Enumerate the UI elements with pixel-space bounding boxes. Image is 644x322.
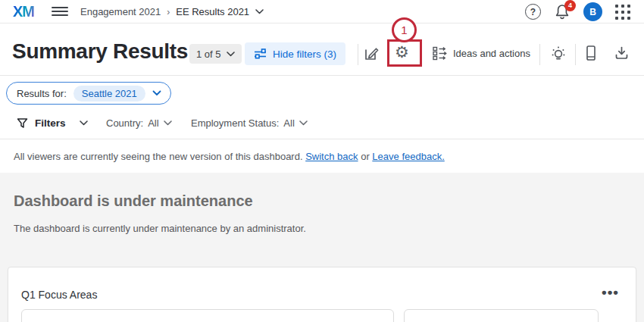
chevron-down-icon xyxy=(299,120,308,126)
annotation-highlight-box xyxy=(387,39,422,67)
chevron-down-icon xyxy=(164,120,172,126)
edit-pencil-icon xyxy=(363,45,380,62)
mobile-preview-button[interactable] xyxy=(584,45,598,62)
breadcrumb-project[interactable]: Engagement 2021 xyxy=(80,6,161,17)
section-divider xyxy=(0,75,644,76)
maintenance-title: Dashboard is under maintenance xyxy=(14,192,253,210)
notification-count-badge: 4 xyxy=(564,0,576,11)
filter-employment-status-label: Employment Status: xyxy=(191,117,279,129)
widget-content-box-left[interactable] xyxy=(21,309,394,322)
page-indicator-label: 1 of 5 xyxy=(196,48,221,60)
lightbulb-icon xyxy=(550,45,567,63)
ideas-actions-icon xyxy=(433,46,447,61)
widget-content-box-right[interactable] xyxy=(404,309,599,322)
filters-label: Filters xyxy=(35,117,66,129)
maintenance-description: The dashboard is currently under mainten… xyxy=(14,223,306,234)
top-navigation-bar: XM Engagement 2021 › EE Results 2021 ? 4… xyxy=(0,0,644,23)
ideas-and-actions-label: Ideas and actions xyxy=(453,48,530,59)
results-for-label: Results for: xyxy=(17,88,67,99)
chevron-down-icon[interactable] xyxy=(255,9,264,14)
version-notice-text: All viewers are currently seeing the new… xyxy=(14,151,303,162)
results-for-value-chip[interactable]: Seattle 2021 xyxy=(73,86,145,102)
mobile-phone-icon xyxy=(584,45,598,62)
insights-lightbulb-button[interactable] xyxy=(550,45,567,63)
filter-country-label: Country: xyxy=(106,117,143,129)
annotation-number: 1 xyxy=(401,23,407,36)
app-switcher-icon[interactable] xyxy=(615,5,630,20)
filter-country-value: All xyxy=(148,117,158,129)
switch-back-link[interactable]: Switch back xyxy=(305,151,358,162)
annotation-step-marker: 1 xyxy=(392,17,417,42)
filter-employment-status-value: All xyxy=(283,117,294,129)
chevron-down-icon xyxy=(80,120,88,126)
download-icon xyxy=(614,45,630,61)
filter-employment-status[interactable]: Employment Status: All xyxy=(191,107,308,139)
page-selector-dropdown[interactable]: 1 of 5 xyxy=(189,44,242,64)
filter-country[interactable]: Country: All xyxy=(106,107,172,139)
user-avatar[interactable]: B xyxy=(583,2,602,21)
leave-feedback-link[interactable]: Leave feedback. xyxy=(372,151,444,162)
edit-dashboard-button[interactable] xyxy=(363,45,380,62)
page-title: Summary Results xyxy=(12,39,188,64)
notifications-bell-icon[interactable]: 4 xyxy=(554,3,571,21)
help-glyph: ? xyxy=(530,7,536,17)
export-download-button[interactable] xyxy=(614,45,630,61)
chevron-down-icon xyxy=(152,90,161,96)
filters-toggle[interactable]: Filters xyxy=(17,107,88,139)
filters-bar: Filters Country: All Employment Status: … xyxy=(0,107,644,139)
breadcrumb: Engagement 2021 › EE Results 2021 xyxy=(80,0,264,23)
hide-filters-button[interactable]: Hide filters (3) xyxy=(245,42,345,65)
topbar-right-cluster: ? 4 B xyxy=(525,0,630,23)
widget-options-menu-icon[interactable]: ••• xyxy=(602,284,619,301)
divider xyxy=(358,44,358,65)
hamburger-menu-icon[interactable] xyxy=(52,7,68,17)
divider xyxy=(575,44,576,65)
xm-logo[interactable]: XM xyxy=(13,3,34,20)
help-icon[interactable]: ? xyxy=(525,4,541,20)
hide-filters-label: Hide filters (3) xyxy=(273,48,336,60)
divider xyxy=(539,44,540,65)
dashboard-screen: XM Engagement 2021 › EE Results 2021 ? 4… xyxy=(0,0,644,322)
ideas-and-actions-button[interactable]: Ideas and actions xyxy=(433,42,530,64)
widget-card-q1-focus-areas: Q1 Focus Areas ••• xyxy=(8,267,636,322)
version-notice: All viewers are currently seeing the new… xyxy=(14,151,445,162)
widget-title: Q1 Focus Areas xyxy=(21,289,97,301)
funnel-filter-icon xyxy=(17,117,28,129)
breadcrumb-separator-icon: › xyxy=(167,7,170,17)
breadcrumb-dashboard[interactable]: EE Results 2021 xyxy=(176,6,249,17)
chevron-down-icon xyxy=(227,52,235,57)
notice-conjunction: or xyxy=(361,151,370,162)
results-for-selector[interactable]: Results for: Seattle 2021 xyxy=(6,82,171,105)
sliders-icon xyxy=(254,48,267,60)
